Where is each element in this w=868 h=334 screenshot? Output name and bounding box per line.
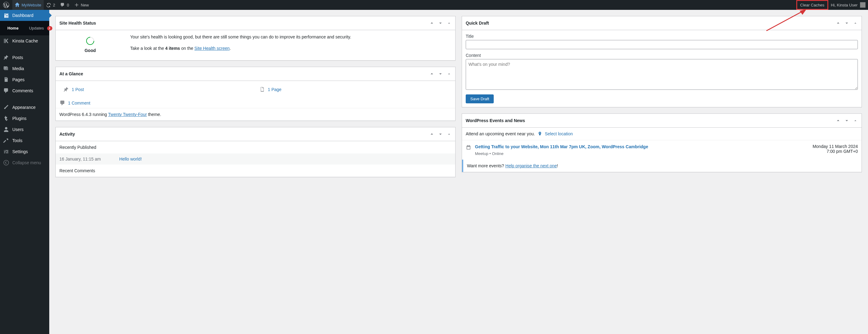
chevron-down-icon[interactable]: [438, 132, 443, 137]
save-draft-button[interactable]: Save Draft: [466, 94, 494, 103]
admin-sidebar: Dashboard Home Updates 2 Kinsta Cache Po…: [0, 10, 49, 183]
draft-content-textarea[interactable]: [466, 59, 858, 90]
quick-draft-title: Quick Draft: [466, 16, 489, 30]
sidebar-item-pages[interactable]: Pages: [0, 74, 49, 85]
sidebar-pages-label: Pages: [12, 77, 25, 82]
chevron-down-icon[interactable]: [438, 21, 443, 26]
calendar-icon: [466, 144, 471, 150]
sidebar-comments-label: Comments: [12, 88, 33, 93]
caret-up-icon[interactable]: [446, 132, 452, 137]
site-health-widget: Site Health Status Good Your site's heal…: [55, 16, 456, 61]
activity-date: 16 January, 11:15 am: [59, 157, 101, 162]
plus-icon: [74, 2, 79, 7]
event-date: Monday 11 March 2024: [813, 144, 858, 149]
sidebar-collapse-label: Collapse menu: [12, 160, 41, 165]
event-row: Getting Traffic to your Website, Mon 11t…: [462, 140, 862, 160]
sidebar-item-plugins[interactable]: Plugins: [0, 113, 49, 124]
chevron-up-icon[interactable]: [429, 21, 434, 26]
sidebar-settings-label: Settings: [12, 149, 28, 154]
sidebar-item-tools[interactable]: Tools: [0, 135, 49, 146]
home-icon: [15, 2, 20, 7]
sidebar-plugins-label: Plugins: [12, 116, 27, 121]
sidebar-dashboard-label: Dashboard: [12, 13, 34, 18]
site-health-look: Take a look at the 4 items on the Site H…: [130, 45, 351, 52]
glance-pages-link[interactable]: 1 Page: [268, 87, 281, 92]
media-icon: [3, 66, 9, 72]
user-icon: [3, 126, 9, 133]
plug-icon: [3, 115, 9, 122]
sidebar-item-media[interactable]: Media: [0, 63, 49, 74]
glance-comments-link[interactable]: 1 Comment: [68, 101, 90, 105]
page-icon: [3, 76, 9, 83]
activity-title: Activity: [59, 127, 75, 141]
at-a-glance-title: At a Glance: [59, 67, 83, 80]
chevron-down-icon[interactable]: [844, 21, 849, 26]
site-health-screen-link[interactable]: Site Health screen: [194, 46, 229, 51]
activity-widget: Activity Recently Published 16 January, …: [55, 127, 456, 177]
sidebar-collapse[interactable]: Collapse menu: [0, 157, 49, 168]
event-time: 7:00 pm GMT+0: [813, 149, 858, 154]
event-meta: Meetup • Online: [475, 151, 809, 156]
chevron-down-icon[interactable]: [844, 118, 849, 123]
comments-icon: [3, 88, 9, 94]
updates-count: 2: [53, 3, 55, 7]
sliders-icon: [3, 148, 9, 155]
sidebar-posts-label: Posts: [12, 55, 23, 60]
clear-caches-button[interactable]: Clear Caches: [796, 0, 829, 10]
dashboard-main: Site Health Status Good Your site's heal…: [49, 10, 868, 183]
wrench-icon: [3, 137, 9, 144]
wp-logo-menu[interactable]: [0, 0, 12, 10]
caret-up-icon[interactable]: [446, 71, 452, 76]
organise-link[interactable]: Help organise the next one: [505, 163, 557, 168]
wordpress-icon: [3, 2, 9, 8]
site-name-link[interactable]: MyWebsite: [12, 0, 44, 10]
events-footer: Want more events? Help organise the next…: [462, 160, 862, 172]
comment-icon: [60, 2, 65, 7]
chevron-down-icon[interactable]: [438, 71, 443, 76]
sidebar-item-kinsta-cache[interactable]: Kinsta Cache: [0, 35, 49, 46]
sidebar-item-users[interactable]: Users: [0, 124, 49, 135]
sidebar-item-posts[interactable]: Posts: [0, 52, 49, 63]
caret-up-icon[interactable]: [446, 21, 452, 26]
sidebar-item-home[interactable]: Home: [3, 23, 22, 33]
location-icon: [537, 131, 542, 136]
sidebar-item-dashboard[interactable]: Dashboard: [0, 10, 49, 21]
sidebar-item-comments[interactable]: Comments: [0, 85, 49, 96]
activity-post-link[interactable]: Hello world!: [119, 157, 142, 162]
dashboard-icon: [3, 12, 9, 19]
chevron-up-icon[interactable]: [836, 118, 841, 123]
event-title-link[interactable]: Getting Traffic to your Website, Mon 11t…: [475, 144, 648, 149]
recent-comments-heading: Recent Comments: [56, 165, 455, 177]
theme-link[interactable]: Twenty Twenty-Four: [108, 112, 147, 117]
select-location-link[interactable]: Select location: [545, 131, 573, 136]
pin-icon: [63, 87, 69, 93]
caret-up-icon[interactable]: [853, 21, 858, 26]
svg-point-0: [5, 68, 6, 69]
sidebar-item-updates[interactable]: Updates 2: [25, 23, 55, 33]
sidebar-updates-label: Updates: [29, 26, 44, 30]
sidebar-item-appearance[interactable]: Appearance: [0, 102, 49, 113]
draft-title-input[interactable]: [466, 40, 858, 49]
updates-link[interactable]: 2: [44, 0, 58, 10]
site-name-text: MyWebsite: [22, 3, 41, 7]
glance-posts-link[interactable]: 1 Post: [72, 87, 84, 92]
sidebar-kinsta-label: Kinsta Cache: [12, 38, 38, 43]
pin-icon: [3, 55, 9, 61]
chevron-up-icon[interactable]: [429, 132, 434, 137]
greeting-text: Hi, Kinsta User: [831, 3, 858, 7]
comment-icon: [59, 100, 66, 106]
chevron-up-icon[interactable]: [836, 21, 841, 26]
user-greeting-link[interactable]: Hi, Kinsta User: [828, 2, 868, 8]
brush-icon: [3, 104, 9, 110]
draft-content-label: Content: [466, 53, 858, 58]
glance-version: WordPress 6.4.3 running Twenty Twenty-Fo…: [56, 108, 455, 121]
page-icon: [259, 87, 265, 93]
avatar: [860, 2, 866, 8]
caret-up-icon[interactable]: [853, 118, 858, 123]
update-icon: [46, 2, 51, 7]
new-content-link[interactable]: New: [72, 0, 91, 10]
sidebar-item-settings[interactable]: Settings: [0, 146, 49, 157]
chevron-up-icon[interactable]: [429, 71, 434, 76]
site-health-status: Good: [59, 48, 121, 53]
adminbar-comments-link[interactable]: 0: [58, 0, 71, 10]
